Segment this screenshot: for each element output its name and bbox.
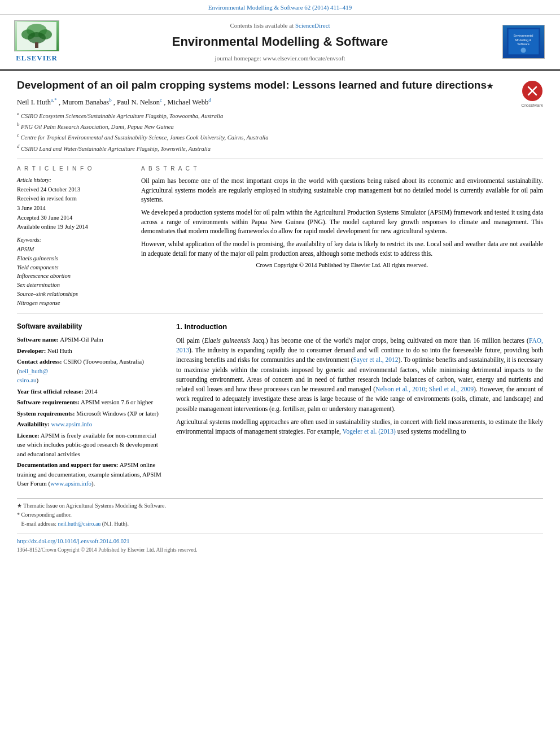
- keyword-4: Inflorescence abortion: [17, 272, 130, 281]
- main-content: Software availability Software name: APS…: [17, 321, 543, 490]
- author1-name: Neil I. Huth: [17, 98, 51, 106]
- crossmark-badge[interactable]: CrossMark: [521, 81, 543, 108]
- svg-rect-5: [35, 42, 38, 48]
- software-system-req-item: System requirements: Microsoft Windows (…: [17, 409, 164, 418]
- introduction-title: 1. Introduction: [176, 321, 543, 333]
- keyword-2: Elaeis guineensis: [17, 254, 130, 263]
- author3-name: , Paul N. Nelson: [113, 98, 160, 106]
- authors-line: Neil I. Hutha,* , Murom Banabasb , Paul …: [17, 97, 543, 108]
- svg-text:Environmental: Environmental: [513, 34, 533, 38]
- revised-date: 3 June 2014: [17, 204, 130, 213]
- elsevier-logo-left: ELSEVIER: [11, 20, 62, 63]
- nelson-citation-link[interactable]: Nelson et al., 2010: [375, 386, 425, 392]
- intro-p2: Agricultural systems modelling approache…: [176, 417, 543, 437]
- keyword-3: Yield components: [17, 263, 130, 272]
- contact-email-link[interactable]: neil_huth@csiro.au: [17, 368, 48, 384]
- keyword-1: APSIM: [17, 245, 130, 254]
- history-label: Article history:: [17, 176, 130, 185]
- footer-doi: http://dx.doi.org/10.1016/j.envsoft.2014…: [17, 534, 543, 546]
- contents-available-text: Contents lists available at: [230, 22, 295, 29]
- software-section-title: Software availability: [17, 321, 164, 331]
- affiliation-c: c Centre for Tropical Environmental and …: [17, 132, 543, 142]
- abstract-p2: We developed a production systems model …: [141, 208, 543, 236]
- software-documentation-item: Documentation and support for users: APS…: [17, 460, 164, 488]
- sciencedirect-line: Contents lists available at ScienceDirec…: [73, 21, 487, 30]
- keyword-5: Sex determination: [17, 281, 130, 290]
- journal-header: ELSEVIER Contents lists available at Sci…: [0, 15, 560, 70]
- affiliation-d: d CSIRO Land and Water/Sustainable Agric…: [17, 143, 543, 153]
- available-date: Available online 19 July 2014: [17, 223, 130, 231]
- elsevier-brand-text: ELSEVIER: [16, 53, 58, 63]
- elsevier-tree-icon: [14, 20, 59, 51]
- journal-homepage: journal homepage: www.elsevier.com/locat…: [73, 54, 487, 63]
- affiliations: a CSIRO Ecosystem Sciences/Sustainable A…: [17, 110, 543, 153]
- software-requirements-item: Software requirements: APSIM version 7.6…: [17, 397, 164, 407]
- software-developer-item: Developer: Neil Huth: [17, 346, 164, 356]
- abstract-column: A B S T R A C T Oil palm has become one …: [141, 165, 543, 307]
- journal-reference-bar: Environmental Modelling & Software 62 (2…: [0, 0, 560, 15]
- footnote-star: ★ Thematic Issue on Agricultural Systems…: [17, 502, 543, 510]
- software-name-item: Software name: APSIM-Oil Palm: [17, 335, 164, 344]
- journal-right-logo: Environmental Modelling & Software: [498, 25, 549, 59]
- divider-2: [17, 313, 543, 313]
- intro-p1: Oil palm (Elaeis guineensis Jacq.) has b…: [176, 336, 543, 414]
- author-email-link[interactable]: neil.huth@csiro.au: [58, 521, 100, 527]
- journal-reference-text: Environmental Modelling & Software 62 (2…: [208, 4, 352, 11]
- title-star: ★: [487, 82, 493, 90]
- apsim-forum-link[interactable]: www.apsim.info: [50, 480, 91, 487]
- introduction-column: 1. Introduction Oil palm (Elaeis guineen…: [176, 321, 543, 490]
- accepted-date: Accepted 30 June 2014: [17, 214, 130, 222]
- doi-link[interactable]: http://dx.doi.org/10.1016/j.envsoft.2014…: [17, 538, 130, 544]
- software-release-item: Year first official release: 2014: [17, 387, 164, 396]
- svg-text:Software: Software: [517, 42, 529, 46]
- abstract-p1: Oil palm has become one of the most impo…: [141, 176, 543, 204]
- footnote-corresponding: * Corresponding author.: [17, 511, 543, 519]
- apsim-website-link[interactable]: www.apsim.info: [51, 421, 93, 427]
- abstract-p3: However, whilst application of the model…: [141, 239, 543, 258]
- svg-point-11: [520, 48, 526, 53]
- software-availability-column: Software availability Software name: APS…: [17, 321, 164, 490]
- author2-sup-b: b: [109, 97, 112, 103]
- journal-cover-icon: Environmental Modelling & Software: [502, 25, 545, 59]
- abstract-label: A B S T R A C T: [141, 165, 543, 173]
- paper-title-text: Development of an oil palm cropping syst…: [17, 79, 487, 91]
- affiliation-b: b PNG Oil Palm Research Association, Dam…: [17, 121, 543, 131]
- revised-label: Received in revised form: [17, 195, 130, 203]
- svg-point-4: [28, 32, 46, 43]
- software-contact-item: Contact address: CSIRO (Toowoomba, Austr…: [17, 357, 164, 385]
- sciencedirect-link[interactable]: ScienceDirect: [295, 22, 330, 29]
- paper-title: Development of an oil palm cropping syst…: [17, 78, 543, 93]
- article-info-column: A R T I C L E I N F O Article history: R…: [17, 165, 130, 307]
- author4-sup-d: d: [208, 97, 211, 103]
- keyword-6: Source–sink relationships: [17, 290, 130, 299]
- keywords-section: Keywords: APSIM Elaeis guineensis Yield …: [17, 236, 130, 307]
- abstract-copyright: Crown Copyright © 2014 Published by Else…: [141, 261, 543, 270]
- journal-title: Environmental Modelling & Software: [73, 33, 487, 51]
- author2-name: , Murom Banabas: [59, 98, 109, 106]
- svg-text:Modelling &: Modelling &: [515, 38, 531, 42]
- vogeler-citation-link[interactable]: Vogeler et al. (2013): [343, 428, 396, 435]
- affiliation-a: a CSIRO Ecosystem Sciences/Sustainable A…: [17, 110, 543, 120]
- author3-sup-c: c: [160, 97, 162, 103]
- sayer-citation-link[interactable]: Sayer et al., 2012: [353, 356, 398, 363]
- article-info-label: A R T I C L E I N F O: [17, 165, 130, 173]
- footnote-email: E-mail address: neil.huth@csiro.au (N.I.…: [17, 520, 543, 528]
- keywords-label: Keywords:: [17, 236, 130, 244]
- author4-name: , Michael Webb: [164, 98, 208, 106]
- article-info-abstract-section: A R T I C L E I N F O Article history: R…: [17, 165, 543, 307]
- journal-center-info: Contents lists available at ScienceDirec…: [62, 21, 498, 63]
- keyword-7: Nitrogen response: [17, 299, 130, 308]
- paper-body: CrossMark Development of an oil palm cro…: [0, 71, 560, 566]
- sheil-citation-link[interactable]: Sheil et al., 2009: [429, 386, 474, 392]
- software-availability-item: Availability: www.apsim.info: [17, 420, 164, 429]
- footnotes-area: ★ Thematic Issue on Agricultural Systems…: [17, 498, 543, 528]
- received-date: Received 24 October 2013: [17, 186, 130, 194]
- footer-copyright: 1364-8152/Crown Copyright © 2014 Publish…: [17, 547, 543, 554]
- divider-1: [17, 159, 543, 159]
- author1-sup-star: *: [54, 97, 57, 103]
- software-licence-item: Licence: APSIM is freely available for n…: [17, 431, 164, 459]
